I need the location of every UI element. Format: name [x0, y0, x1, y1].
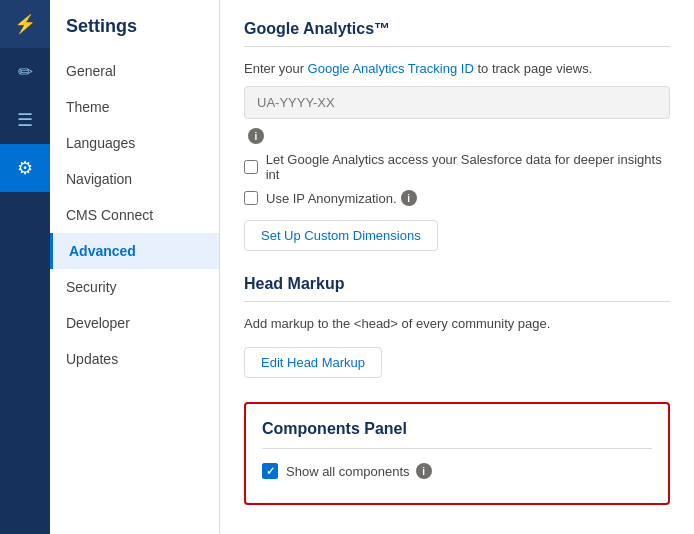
components-panel-box: Components Panel Show all components i [244, 402, 670, 505]
sidebar-item-cms-connect[interactable]: CMS Connect [50, 197, 219, 233]
show-all-components-checkbox[interactable] [262, 463, 278, 479]
ga-checkbox-label-1: Let Google Analytics access your Salesfo… [266, 152, 670, 182]
ga-checkbox-row-2: Use IP Anonymization. i [244, 190, 670, 206]
ga-checkbox-1[interactable] [244, 160, 258, 174]
ga-description-text: Enter your [244, 61, 304, 76]
ga-checkbox-row-1: Let Google Analytics access your Salesfo… [244, 152, 670, 182]
ga-description-suffix: to track page views. [477, 61, 592, 76]
head-markup-title: Head Markup [244, 275, 670, 293]
ga-tracking-input[interactable] [244, 86, 670, 119]
ga-checkbox-label-2: Use IP Anonymization. [266, 191, 397, 206]
ga-description: Enter your Google Analytics Tracking ID … [244, 61, 670, 76]
custom-dimensions-button[interactable]: Set Up Custom Dimensions [244, 220, 438, 251]
sidebar-item-updates[interactable]: Updates [50, 341, 219, 377]
sidebar-item-navigation[interactable]: Navigation [50, 161, 219, 197]
sidebar-item-theme[interactable]: Theme [50, 89, 219, 125]
google-analytics-title: Google Analytics™ [244, 20, 670, 38]
components-panel-title: Components Panel [262, 420, 652, 438]
components-panel-divider [262, 448, 652, 449]
lightning-icon-button[interactable]: ⚡ [0, 0, 50, 48]
main-content: Google Analytics™ Enter your Google Anal… [220, 0, 694, 534]
sidebar: Settings General Theme Languages Navigat… [50, 0, 220, 534]
head-markup-description: Add markup to the <head> of every commun… [244, 316, 670, 331]
ga-checkbox-2[interactable] [244, 191, 258, 205]
list-icon-button[interactable]: ☰ [0, 96, 50, 144]
google-analytics-section: Google Analytics™ Enter your Google Anal… [244, 20, 670, 251]
ga-info-icon[interactable]: i [248, 128, 264, 144]
ga-divider [244, 46, 670, 47]
sidebar-item-security[interactable]: Security [50, 269, 219, 305]
components-info-icon[interactable]: i [416, 463, 432, 479]
head-markup-section: Head Markup Add markup to the <head> of … [244, 275, 670, 378]
icon-bar: ⚡ ✏ ☰ ⚙ [0, 0, 50, 534]
sidebar-item-advanced[interactable]: Advanced [50, 233, 219, 269]
sidebar-item-general[interactable]: General [50, 53, 219, 89]
edit-head-markup-button[interactable]: Edit Head Markup [244, 347, 382, 378]
gear-icon-button[interactable]: ⚙ [0, 144, 50, 192]
edit-icon-button[interactable]: ✏ [0, 48, 50, 96]
show-all-components-label: Show all components [286, 464, 410, 479]
head-markup-divider [244, 301, 670, 302]
ga-tracking-link[interactable]: Google Analytics Tracking ID [308, 61, 474, 76]
show-all-components-row: Show all components i [262, 463, 652, 479]
ga-anon-info-icon[interactable]: i [401, 190, 417, 206]
sidebar-item-developer[interactable]: Developer [50, 305, 219, 341]
sidebar-item-languages[interactable]: Languages [50, 125, 219, 161]
sidebar-title: Settings [50, 16, 219, 53]
